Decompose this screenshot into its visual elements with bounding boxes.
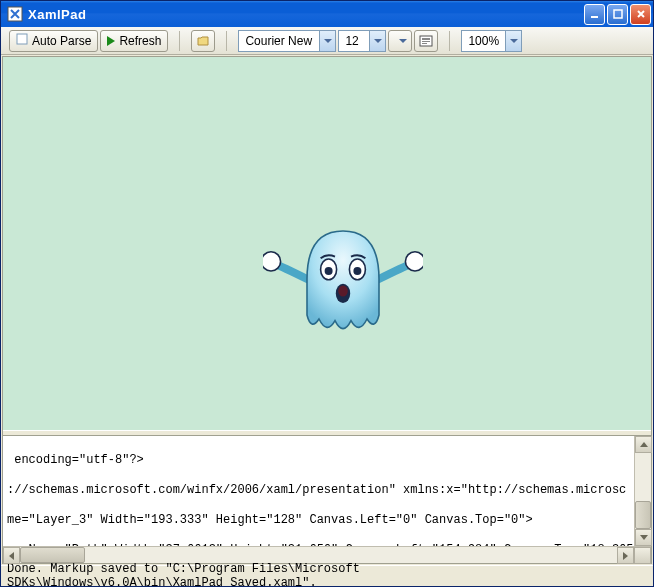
svg-rect-2 <box>614 10 622 18</box>
svg-point-11 <box>405 252 423 271</box>
rendered-ghost-graphic <box>263 222 423 352</box>
code-line: me="Layer_3" Width="193.333" Height="128… <box>7 513 647 528</box>
svg-rect-9 <box>422 43 427 44</box>
svg-point-10 <box>263 252 281 271</box>
maximize-button[interactable] <box>607 4 628 25</box>
layout-split-button[interactable] <box>388 30 412 52</box>
chevron-down-icon <box>640 535 648 540</box>
scroll-track[interactable] <box>20 547 617 563</box>
refresh-label: Refresh <box>119 34 161 48</box>
layout-single-icon <box>419 35 433 47</box>
scroll-down-button[interactable] <box>635 529 652 546</box>
svg-point-14 <box>325 267 333 275</box>
toolbar: Auto Parse Refresh Courier New 12 <box>1 27 653 55</box>
scroll-thumb[interactable] <box>20 547 85 563</box>
status-text: Done. Markup saved to "C:\Program Files\… <box>7 562 647 587</box>
font-size-select[interactable]: 12 <box>338 30 386 52</box>
toolbar-separator <box>449 31 450 51</box>
auto-parse-button[interactable]: Auto Parse <box>9 30 98 52</box>
font-size-value: 12 <box>339 34 369 48</box>
layout-single-button[interactable] <box>414 30 438 52</box>
play-icon <box>107 36 115 46</box>
scroll-corner <box>634 547 651 564</box>
horizontal-scrollbar[interactable] <box>3 546 651 563</box>
zoom-value: 100% <box>462 34 505 48</box>
code-line: ://schemas.microsoft.com/winfx/2006/xaml… <box>7 483 647 498</box>
chevron-up-icon <box>640 442 648 447</box>
refresh-button[interactable]: Refresh <box>100 30 168 52</box>
titlebar[interactable]: XamlPad <box>1 1 653 27</box>
body-area: encoding="utf-8"?> ://schemas.microsoft.… <box>2 56 652 564</box>
scroll-up-button[interactable] <box>635 436 652 453</box>
system-buttons <box>584 4 651 25</box>
chevron-right-icon <box>623 552 628 560</box>
code-editor[interactable]: encoding="utf-8"?> ://schemas.microsoft.… <box>3 436 651 546</box>
scroll-right-button[interactable] <box>617 547 634 564</box>
font-select-value: Courier New <box>239 34 319 48</box>
auto-parse-label: Auto Parse <box>32 34 91 48</box>
svg-rect-3 <box>17 34 27 44</box>
app-window: XamlPad Auto Parse Refresh <box>0 0 654 587</box>
dropdown-arrow-icon[interactable] <box>505 31 521 51</box>
scroll-left-button[interactable] <box>3 547 20 564</box>
dropdown-arrow-icon[interactable] <box>319 31 335 51</box>
vertical-scrollbar[interactable] <box>634 436 651 546</box>
chevron-down-icon <box>399 39 407 43</box>
open-folder-icon <box>196 34 210 48</box>
scroll-thumb[interactable] <box>635 501 651 529</box>
svg-rect-8 <box>422 41 430 42</box>
close-button[interactable] <box>630 4 651 25</box>
svg-point-15 <box>353 267 361 275</box>
minimize-button[interactable] <box>584 4 605 25</box>
code-line: encoding="utf-8"?> <box>7 453 647 468</box>
code-pane: encoding="utf-8"?> ://schemas.microsoft.… <box>3 436 651 563</box>
font-select[interactable]: Courier New <box>238 30 336 52</box>
scroll-track[interactable] <box>635 453 651 529</box>
open-file-button[interactable] <box>191 30 215 52</box>
statusbar: Done. Markup saved to "C:\Program Files\… <box>1 565 653 586</box>
preview-pane[interactable] <box>3 57 651 430</box>
svg-rect-7 <box>422 38 430 40</box>
svg-rect-1 <box>591 16 598 18</box>
toolbar-separator <box>179 31 180 51</box>
zoom-select[interactable]: 100% <box>461 30 522 52</box>
dropdown-arrow-icon[interactable] <box>369 31 385 51</box>
svg-point-17 <box>338 285 348 296</box>
toolbar-separator <box>226 31 227 51</box>
chevron-left-icon <box>9 552 14 560</box>
checkbox-toggle-icon <box>16 33 28 48</box>
app-icon <box>7 6 23 22</box>
window-title: XamlPad <box>28 7 584 22</box>
